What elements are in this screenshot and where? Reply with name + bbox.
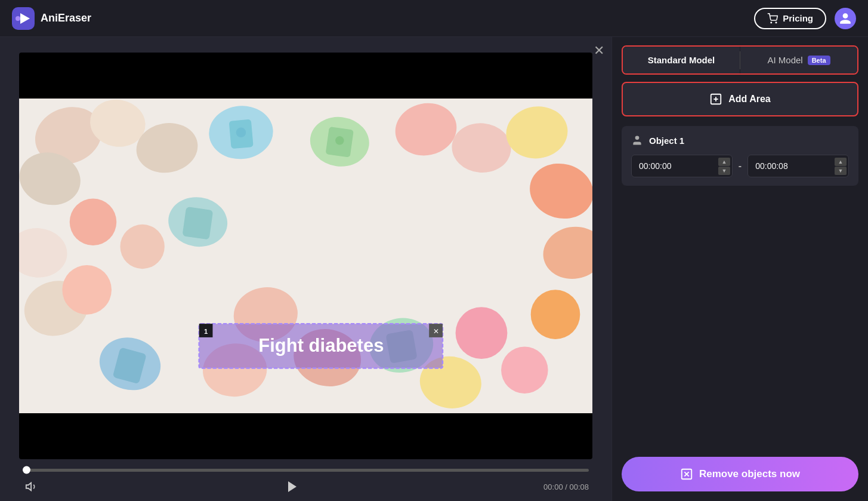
person-icon — [631, 134, 643, 146]
svg-point-23 — [62, 265, 112, 315]
right-panel: Standard Model AI Model Beta Add Area — [611, 37, 868, 501]
video-wrapper: 1 ✕ Fight diabetes — [10, 47, 602, 501]
start-time-up[interactable]: ▲ — [718, 158, 730, 166]
start-time-wrap: ▲ ▼ — [631, 155, 733, 177]
add-area-label: Add Area — [728, 94, 771, 104]
svg-text:1: 1 — [204, 328, 208, 335]
svg-point-38 — [335, 136, 344, 145]
time-display: 00:00 / 00:08 — [543, 482, 589, 491]
end-time-up[interactable]: ▲ — [835, 158, 847, 166]
svg-marker-46 — [26, 483, 31, 491]
right-panel-inner: Standard Model AI Model Beta Add Area — [612, 37, 868, 501]
ai-model-tab[interactable]: AI Model Beta — [740, 47, 857, 73]
svg-text:Fight diabetes: Fight diabetes — [258, 335, 384, 356]
svg-point-33 — [456, 307, 508, 359]
standard-model-label: Standard Model — [648, 55, 715, 65]
video-panel: ✕ — [0, 37, 611, 501]
svg-point-4 — [776, 22, 777, 23]
add-area-button[interactable]: Add Area — [622, 82, 858, 116]
close-video-button[interactable]: ✕ — [594, 44, 604, 57]
pricing-button[interactable]: Pricing — [754, 8, 826, 29]
svg-point-51 — [635, 136, 640, 140]
object-title: Object 1 — [649, 136, 684, 146]
play-controls — [41, 477, 543, 496]
progress-thumb[interactable] — [23, 466, 30, 474]
main-content: ✕ — [0, 37, 868, 501]
header: AniEraser Pricing — [0, 0, 868, 37]
svg-point-35 — [531, 290, 580, 339]
svg-point-37 — [236, 128, 246, 138]
play-button[interactable] — [283, 477, 302, 496]
svg-rect-25 — [182, 207, 213, 239]
volume-button[interactable] — [23, 478, 41, 496]
svg-point-3 — [771, 22, 772, 23]
volume-icon — [25, 480, 38, 493]
user-icon — [839, 12, 852, 25]
object-card-header: Object 1 — [631, 134, 849, 146]
object-card: Object 1 ▲ ▼ - ▲ ▼ — [622, 126, 858, 186]
end-time-wrap: ▲ ▼ — [747, 155, 849, 177]
spacer — [612, 195, 868, 457]
svg-point-21 — [70, 198, 117, 245]
cart-icon — [767, 13, 778, 24]
standard-model-tab[interactable]: Standard Model — [623, 47, 740, 73]
app-logo — [12, 7, 35, 30]
end-time-spinners: ▲ ▼ — [835, 158, 847, 175]
timeline-container: 00:00 / 00:08 — [19, 459, 592, 501]
video-content: 1 ✕ Fight diabetes — [19, 53, 592, 459]
svg-point-2 — [16, 16, 20, 21]
beta-badge: Beta — [808, 56, 830, 65]
time-range: ▲ ▼ - ▲ ▼ — [631, 155, 849, 177]
remove-objects-button[interactable]: Remove objects now — [622, 457, 858, 491]
svg-text:✕: ✕ — [433, 327, 439, 336]
remove-button-label: Remove objects now — [699, 468, 800, 480]
user-avatar[interactable] — [835, 8, 856, 29]
video-container: 1 ✕ Fight diabetes — [19, 53, 592, 459]
add-area-icon — [709, 93, 722, 106]
pricing-label: Pricing — [783, 13, 813, 23]
svg-point-22 — [120, 225, 164, 269]
app-name: AniEraser — [41, 12, 91, 24]
remove-icon — [680, 468, 693, 481]
header-left: AniEraser — [12, 7, 91, 30]
end-time-input[interactable] — [747, 155, 849, 177]
time-separator: - — [739, 161, 742, 171]
svg-marker-47 — [288, 481, 296, 492]
end-time-down[interactable]: ▼ — [835, 167, 847, 175]
model-tabs: Standard Model AI Model Beta — [622, 45, 858, 75]
start-time-input[interactable] — [631, 155, 733, 177]
progress-bar-row — [23, 465, 589, 475]
header-right: Pricing — [754, 8, 856, 29]
svg-point-34 — [501, 346, 548, 394]
ai-model-label: AI Model — [767, 55, 802, 65]
play-icon — [285, 480, 299, 494]
start-time-spinners: ▲ ▼ — [718, 158, 730, 175]
start-time-down[interactable]: ▼ — [718, 167, 730, 175]
controls-row: 00:00 / 00:08 — [23, 475, 589, 501]
